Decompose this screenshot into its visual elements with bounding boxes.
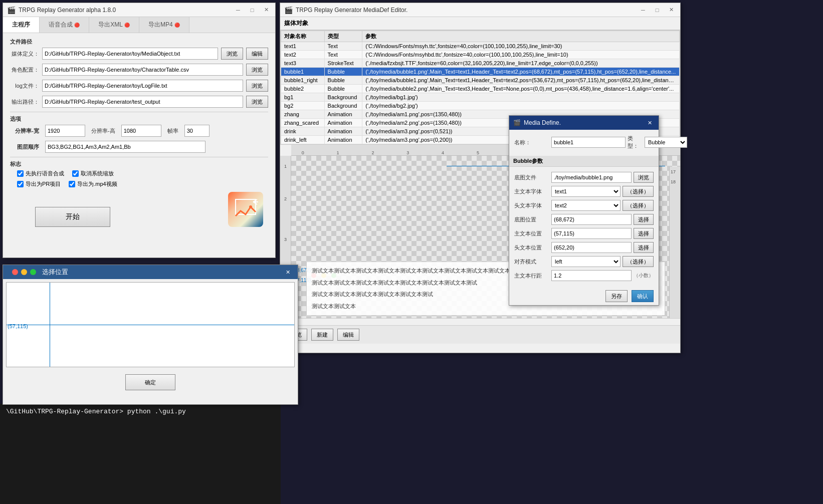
- ruler-tick-0: 0: [302, 150, 304, 155]
- select-pos-confirm-button[interactable]: 确定: [125, 374, 175, 390]
- table-row[interactable]: bubble2 Bubble (',/toy/media/bubble2.png…: [281, 85, 680, 93]
- log-file-input[interactable]: [42, 80, 243, 92]
- mediadef-icon: 🎬: [284, 6, 293, 14]
- bg-pos-label: 底图位置: [514, 216, 549, 223]
- fps-input[interactable]: [184, 125, 210, 137]
- checkbox-row-2: 导出为PR项目 导出为.mp4视频: [10, 180, 268, 188]
- align-mode-label: 对齐模式: [514, 258, 549, 266]
- row-params: ('C:/Windows/Fonts/msyhbd.ttc',fontsize=…: [362, 51, 680, 59]
- header-font-select[interactable]: text2 text1 text3: [551, 200, 621, 211]
- bg-file-browse-button[interactable]: 浏览: [634, 172, 654, 183]
- mediadefine-close-button[interactable]: ✕: [645, 118, 655, 128]
- resolution-row: 分辨率-宽 分辨率-高 帧率: [10, 125, 268, 137]
- col-name-header: 对象名称: [281, 31, 325, 42]
- row-name: text2: [281, 51, 325, 59]
- align-mode-select[interactable]: left center right: [551, 256, 621, 267]
- row-name: drink_left: [281, 136, 325, 144]
- res-height-input[interactable]: [121, 125, 161, 137]
- char-config-input[interactable]: [42, 64, 243, 76]
- mediadefine-title: Media Define.: [524, 119, 561, 126]
- output-path-input[interactable]: [42, 96, 243, 108]
- mediadef-titlebar: 🎬 TRPG Replay Generator MediaDef Editor.…: [280, 3, 680, 17]
- table-row[interactable]: text3 StrokeText ('./media/fzxbsjt.TTF',…: [281, 59, 680, 68]
- export-pr-checkbox[interactable]: 导出为PR项目: [17, 180, 61, 188]
- line-distance-label: 主文本行距: [514, 272, 549, 280]
- start-button[interactable]: 开始: [35, 207, 110, 227]
- main-font-row: 主文本字体 text1 text2 text3 （选择）: [514, 186, 654, 197]
- select-pos-title: 选择位置: [42, 268, 68, 277]
- header-text-pos-select-button[interactable]: 选择: [634, 242, 654, 253]
- horizontal-scrollbar[interactable]: [280, 318, 680, 325]
- media-objects-label: 媒体对象: [280, 17, 680, 30]
- new-button[interactable]: 新建: [311, 329, 333, 341]
- media-def-browse-button[interactable]: 浏览: [221, 48, 243, 60]
- res-width-input[interactable]: [45, 125, 85, 137]
- bg-pos-select-button[interactable]: 选择: [634, 214, 654, 225]
- name-type-row: 名称： 类型： Bubble Text StrokeText Backgroun…: [509, 130, 659, 156]
- maximize-button[interactable]: □: [247, 5, 257, 15]
- header-font-select-button[interactable]: （选择）: [623, 200, 654, 211]
- layer-order-label: 图层顺序: [10, 143, 39, 151]
- char-config-browse-button[interactable]: 浏览: [246, 64, 268, 76]
- row-params: (',/toy/media/bubble1.png',Main_Text=tex…: [362, 76, 680, 85]
- bg-file-input[interactable]: [551, 172, 632, 183]
- minimize-button[interactable]: ─: [233, 5, 243, 15]
- table-row[interactable]: bg2 Background (',/toy/media/bg2.jpg'): [281, 102, 680, 110]
- mediadef-minimize-button[interactable]: ─: [638, 5, 648, 15]
- select-pos-canvas[interactable]: (57,115): [6, 282, 295, 367]
- terminal-prompt: \GitHub\TRPG-Replay-Generator> python .\…: [6, 408, 186, 415]
- bg-pos-input[interactable]: [551, 214, 632, 225]
- tab-xml[interactable]: 导出XML 🔴: [89, 17, 139, 33]
- table-row[interactable]: text2 Text ('C:/Windows/Fonts/msyhbd.ttc…: [281, 51, 680, 59]
- cancel-scale-checkbox[interactable]: 取消系统缩放: [72, 170, 114, 177]
- type-select[interactable]: Bubble Text StrokeText Background Animat…: [645, 137, 687, 148]
- tab-voice[interactable]: 语音合成 🔴: [40, 17, 89, 33]
- save-as-button[interactable]: 另存: [605, 290, 628, 302]
- mediadef-close-button[interactable]: ✕: [666, 5, 676, 15]
- voice-first-checkbox[interactable]: 先执行语音合成: [17, 170, 64, 177]
- cancel-scale-label: 取消系统缩放: [81, 170, 114, 177]
- output-path-browse-button[interactable]: 浏览: [246, 96, 268, 108]
- row-params: ('C:/Windows/Fonts/msyh.ttc',fontsize=40…: [362, 42, 680, 51]
- pos-display: (57,115): [8, 323, 28, 329]
- media-def-input[interactable]: [42, 48, 218, 60]
- confirm-button[interactable]: 确认: [632, 290, 654, 302]
- media-def-edit-button[interactable]: 编辑: [246, 48, 268, 60]
- table-row[interactable]: bubble1_right Bubble (',/toy/media/bubbl…: [281, 76, 680, 85]
- ruler-left-tick-3: 3: [284, 237, 287, 242]
- tl-green[interactable]: [30, 269, 36, 275]
- close-main-button[interactable]: ✕: [261, 5, 271, 15]
- main-font-select-button[interactable]: （选择）: [623, 186, 654, 197]
- main-font-label: 主文本字体: [514, 188, 549, 195]
- row-name: bg2: [281, 102, 325, 110]
- bottom-toolbar: 预览 新建 编辑: [280, 325, 680, 344]
- main-window-title: TRPG Replay Generator alpha 1.8.0: [19, 7, 116, 14]
- mediadef-maximize-button[interactable]: □: [652, 5, 662, 15]
- log-file-browse-button[interactable]: 浏览: [246, 80, 268, 92]
- name-input[interactable]: [551, 137, 626, 148]
- line-distance-row: 主文本行距 （小数）: [514, 270, 654, 281]
- layer-order-row: 图层顺序: [10, 141, 268, 153]
- edit-button[interactable]: 编辑: [337, 329, 359, 341]
- tl-yellow[interactable]: [21, 269, 27, 275]
- tl-red[interactable]: [12, 269, 18, 275]
- align-mode-row: 对齐模式 left center right （选择）: [514, 256, 654, 267]
- tab-mp4[interactable]: 导出MP4 🔴: [139, 17, 189, 33]
- main-text-pos-select-button[interactable]: 选择: [634, 228, 654, 239]
- table-row-selected[interactable]: bubble1 Bubble (',/toy/media/bubble1.png…: [281, 68, 680, 76]
- export-mp4-checkbox[interactable]: 导出为.mp4视频: [69, 180, 117, 188]
- main-font-select[interactable]: text1 text2 text3: [551, 186, 621, 197]
- row-name: bubble2: [281, 85, 325, 93]
- align-mode-select-button[interactable]: （选择）: [623, 256, 654, 267]
- main-text-pos-input[interactable]: [551, 228, 632, 239]
- row-type: Animation: [324, 119, 362, 127]
- layer-order-input[interactable]: [45, 141, 205, 153]
- header-text-pos-input[interactable]: [551, 242, 632, 253]
- line-distance-input[interactable]: [551, 270, 632, 281]
- row-params: ('./media/fzxbsjt.TTF',fontsize=60,color…: [362, 59, 680, 68]
- row-params: (',/toy/media/bg1.jpg'): [362, 93, 680, 102]
- table-row[interactable]: bg1 Background (',/toy/media/bg1.jpg'): [281, 93, 680, 102]
- tab-main[interactable]: 主程序: [3, 17, 40, 33]
- table-row[interactable]: text1 Text ('C:/Windows/Fonts/msyh.ttc',…: [281, 42, 680, 51]
- select-pos-close-button[interactable]: ✕: [283, 267, 293, 277]
